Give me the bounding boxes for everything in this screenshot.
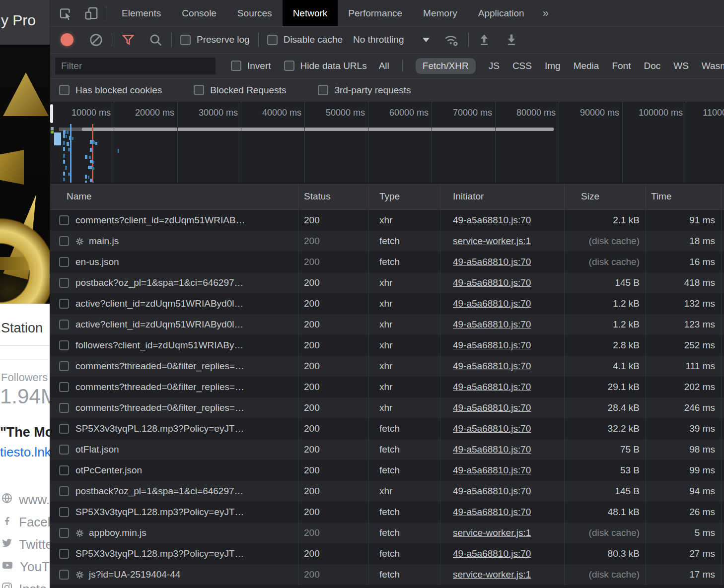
- social-link[interactable]: www.: [0, 489, 50, 511]
- row-checkbox[interactable]: [59, 424, 69, 434]
- tab-application[interactable]: Application: [468, 0, 535, 26]
- record-button[interactable]: [61, 33, 73, 46]
- column-header-time[interactable]: Time: [646, 184, 722, 209]
- table-row[interactable]: SP5X3v3tyqPL.128.mp3?Policy=eyJT… 200 fe…: [50, 418, 724, 439]
- row-checkbox[interactable]: [59, 528, 69, 538]
- filter-category-wasm[interactable]: Wasm: [702, 61, 724, 71]
- tab-memory[interactable]: Memory: [413, 0, 468, 26]
- row-checkbox[interactable]: [59, 320, 69, 329]
- row-checkbox[interactable]: [59, 215, 69, 225]
- row-checkbox[interactable]: [59, 507, 69, 517]
- row-checkbox[interactable]: [59, 445, 69, 455]
- row-checkbox[interactable]: [59, 340, 69, 350]
- table-row[interactable]: active?client_id=zdUqm51WRIAByd0l… 200 x…: [50, 293, 724, 314]
- row-checkbox[interactable]: [59, 361, 69, 371]
- initiator-link[interactable]: service-worker.js:1: [453, 236, 531, 247]
- more-tabs-button[interactable]: »: [535, 7, 558, 20]
- tab-network[interactable]: Network: [283, 0, 338, 26]
- filter-category-css[interactable]: CSS: [512, 61, 532, 71]
- table-row[interactable]: otFlat.json 200 fetch 49-a5a68810.js:70 …: [50, 439, 724, 460]
- filter-category-font[interactable]: Font: [612, 61, 631, 71]
- social-link[interactable]: Faceb: [0, 511, 50, 533]
- chevron-down-icon[interactable]: [423, 38, 430, 42]
- table-row[interactable]: SP5X3v3tyqPL.128.mp3?Policy=eyJT… 200 fe…: [50, 502, 724, 523]
- row-checkbox[interactable]: [59, 236, 69, 246]
- tab-sources[interactable]: Sources: [227, 0, 283, 26]
- checkbox[interactable]: [59, 85, 70, 95]
- table-row[interactable]: js?id=UA-2519404-44 200 fetch service-wo…: [50, 564, 724, 585]
- initiator-link[interactable]: 49-a5a68810.js:70: [453, 382, 531, 392]
- tab-elements[interactable]: Elements: [111, 0, 171, 26]
- initiator-link[interactable]: service-worker.js:1: [453, 527, 531, 538]
- filter-category-all[interactable]: All: [379, 61, 389, 71]
- row-checkbox[interactable]: [59, 382, 69, 392]
- disable-cache-checkbox[interactable]: [267, 35, 278, 45]
- table-row[interactable]: postback?oz_pl=1&spa=1&ci=646297… 200 xh…: [50, 481, 724, 502]
- table-row[interactable]: comments?threaded=0&filter_replies=… 200…: [50, 356, 724, 377]
- clear-icon[interactable]: [89, 33, 103, 47]
- table-row[interactable]: followers?client_id=zdUqm51WRIABy… 200 x…: [50, 335, 724, 356]
- initiator-link[interactable]: 49-a5a68810.js:70: [453, 257, 531, 267]
- column-header-status[interactable]: Status: [298, 184, 369, 209]
- initiator-link[interactable]: 49-a5a68810.js:70: [453, 507, 531, 518]
- initiator-link[interactable]: 49-a5a68810.js:70: [453, 548, 531, 559]
- initiator-link[interactable]: 49-a5a68810.js:70: [453, 423, 531, 434]
- table-row[interactable]: postback?oz_pl=1&spa=1&ci=646297… 200 xh…: [50, 272, 724, 293]
- table-row[interactable]: active?client_id=zdUqm51WRIAByd0l… 200 x…: [50, 314, 724, 335]
- initiator-link[interactable]: 49-a5a68810.js:70: [453, 402, 531, 413]
- search-icon[interactable]: [148, 33, 163, 47]
- device-toolbar-icon[interactable]: [84, 6, 99, 21]
- table-row[interactable]: appboy.min.js 200 fetch service-worker.j…: [50, 523, 724, 543]
- table-row[interactable]: comments?client_id=zdUqm51WRIAB… 200 xhr…: [50, 210, 724, 231]
- initiator-link[interactable]: 49-a5a68810.js:70: [453, 444, 531, 455]
- initiator-link[interactable]: 49-a5a68810.js:70: [453, 298, 531, 309]
- row-checkbox[interactable]: [59, 403, 69, 413]
- initiator-link[interactable]: 49-a5a68810.js:70: [453, 361, 531, 372]
- social-link[interactable]: YouTu: [0, 556, 50, 578]
- row-checkbox[interactable]: [59, 549, 69, 559]
- invert-checkbox[interactable]: [231, 61, 241, 71]
- table-row[interactable]: comments?threaded=0&filter_replies=… 200…: [50, 397, 724, 418]
- import-har-icon[interactable]: [477, 33, 491, 47]
- row-checkbox[interactable]: [59, 278, 69, 288]
- export-har-icon[interactable]: [505, 33, 518, 47]
- column-header-type[interactable]: Type: [369, 184, 440, 209]
- table-row[interactable]: otPcCenter.json 200 fetch 49-a5a68810.js…: [50, 460, 724, 481]
- preserve-log-checkbox[interactable]: [180, 35, 191, 45]
- initiator-link[interactable]: 49-a5a68810.js:70: [453, 486, 531, 497]
- initiator-link[interactable]: 49-a5a68810.js:70: [453, 319, 531, 330]
- filter-input[interactable]: [55, 58, 216, 74]
- column-header-initiator[interactable]: Initiator: [440, 184, 565, 209]
- filter-category-ws[interactable]: WS: [673, 61, 689, 71]
- throttling-select[interactable]: No throttling: [353, 34, 404, 45]
- initiator-link[interactable]: 49-a5a68810.js:70: [453, 215, 531, 226]
- column-header-name[interactable]: Name: [50, 184, 298, 209]
- filter-category-img[interactable]: Img: [545, 61, 561, 71]
- row-checkbox[interactable]: [59, 486, 69, 496]
- bio-link[interactable]: tiesto.lnk: [0, 445, 50, 460]
- social-link[interactable]: Twitte: [0, 533, 50, 556]
- checkbox[interactable]: [194, 85, 204, 95]
- filter-category-media[interactable]: Media: [574, 61, 599, 71]
- table-row[interactable]: en-us.json 200 fetch 49-a5a68810.js:70 (…: [50, 252, 724, 272]
- checkbox[interactable]: [318, 85, 328, 95]
- social-link[interactable]: Insta: [0, 578, 50, 588]
- table-row[interactable]: comments?threaded=0&filter_replies=… 200…: [50, 377, 724, 397]
- filter-category-doc[interactable]: Doc: [644, 61, 660, 71]
- initiator-link[interactable]: 49-a5a68810.js:70: [453, 465, 531, 476]
- network-overview[interactable]: 10000 ms20000 ms30000 ms40000 ms50000 ms…: [50, 102, 724, 184]
- filter-icon[interactable]: [121, 32, 136, 47]
- tab-performance[interactable]: Performance: [338, 0, 413, 26]
- row-checkbox[interactable]: [59, 257, 69, 267]
- filter-category-js[interactable]: JS: [489, 61, 500, 71]
- row-checkbox[interactable]: [59, 465, 69, 475]
- row-checkbox[interactable]: [59, 299, 69, 309]
- filter-category-fetch-xhr[interactable]: Fetch/XHR: [416, 58, 476, 74]
- hide-data-urls-checkbox[interactable]: [284, 61, 294, 71]
- table-row[interactable]: SP5X3v3tyqPL.128.mp3?Policy=eyJT… 200 fe…: [50, 543, 724, 564]
- initiator-link[interactable]: 49-a5a68810.js:70: [453, 340, 531, 351]
- table-row[interactable]: main.js 200 fetch service-worker.js:1 (d…: [50, 231, 724, 252]
- row-checkbox[interactable]: [59, 570, 69, 580]
- network-conditions-icon[interactable]: [443, 32, 460, 47]
- initiator-link[interactable]: 49-a5a68810.js:70: [453, 277, 531, 288]
